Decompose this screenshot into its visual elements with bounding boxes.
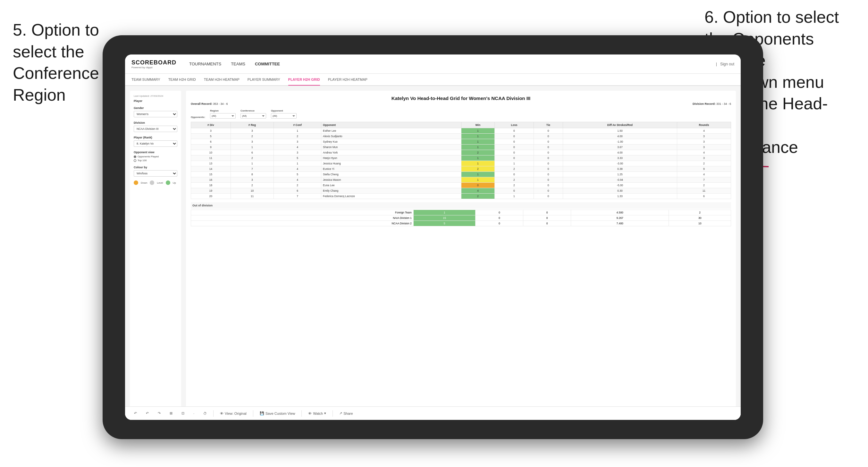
top100-radio[interactable]: Top 100	[134, 159, 177, 162]
cell-tie: 0	[533, 166, 563, 172]
logo-sub-text: Powered by clippd	[131, 66, 176, 69]
panel-title: Katelyn Vo Head-to-Head Grid for Women's…	[191, 95, 731, 101]
watch-button[interactable]: 👁 Watch ▾	[306, 410, 329, 417]
clock-button[interactable]: ⏱	[201, 410, 209, 417]
out-of-division-row: Foreign Team 1 0 0 4.500 2	[191, 210, 731, 215]
division-label: Division	[134, 121, 177, 124]
cell-div: 5	[191, 134, 231, 139]
colour-by-label: Colour by	[134, 166, 177, 169]
sub-navigation: TEAM SUMMARY TEAM H2H GRID TEAM H2H HEAT…	[125, 74, 741, 86]
cell-div: 20	[191, 194, 231, 199]
cell-team: NCAA Division 2	[191, 221, 414, 226]
cell-loss: 1	[495, 194, 534, 199]
view-original-button[interactable]: 👁 View: Original	[217, 410, 249, 417]
cell-reg: 1	[230, 161, 274, 166]
table-row: 3 3 1 Esther Lee 1 0 0 1.50 4	[191, 128, 731, 134]
nav-teams[interactable]: TEAMS	[231, 60, 245, 68]
cell-opponent: Esther Lee	[321, 128, 461, 134]
subnav-team-summary[interactable]: TEAM SUMMARY	[131, 74, 160, 86]
cell-tie: 0	[533, 194, 563, 199]
cell-conf: 4	[274, 145, 321, 150]
watch-label: Watch	[313, 411, 323, 415]
cell-win: 0	[461, 183, 495, 188]
nav-separator: |	[716, 62, 717, 66]
cell-loss: 0	[495, 128, 534, 134]
cell-tie: 0	[523, 215, 571, 221]
share-button[interactable]: ↗ Share	[337, 410, 355, 417]
annotation-left-line1: 5. Option to	[13, 21, 99, 39]
grid-button[interactable]: ⊞	[167, 410, 175, 417]
cell-rounds: 4	[677, 150, 731, 155]
cell-win: 2	[461, 194, 495, 199]
save-custom-label: Save Custom View	[266, 411, 295, 415]
save-custom-button[interactable]: 💾 Save Custom View	[257, 410, 298, 417]
up-color	[166, 181, 170, 185]
view-original-label: View: Original	[225, 411, 247, 415]
subnav-player-h2h-grid[interactable]: PLAYER H2H GRID	[288, 74, 320, 86]
annotation-left-line2: select the	[13, 42, 84, 61]
opponent-filter-label: Opponent	[271, 109, 297, 112]
col-conf: # Conf	[274, 122, 321, 128]
cell-loss: 0	[495, 188, 534, 194]
table-row: 9 1 4 Sharon Mun 1 0 0 3.67 3	[191, 145, 731, 150]
divider1: ·	[191, 410, 197, 417]
table-row: 20 11 7 Federica Domecq Lacroze 2 1 0 1.…	[191, 194, 731, 199]
cell-win: 1	[461, 139, 495, 145]
cell-loss: 0	[495, 150, 534, 155]
player-label: Player	[134, 99, 177, 102]
subnav-player-h2h-heatmap[interactable]: PLAYER H2H HEATMAP	[328, 74, 368, 86]
logo-main-text: SCOREBOARD	[131, 59, 176, 66]
cell-conf: 3	[274, 139, 321, 145]
region-filter-select[interactable]: (All)	[210, 113, 236, 119]
sign-out-button[interactable]: Sign out	[720, 62, 734, 66]
cell-tie: 0	[523, 221, 571, 226]
cell-opponent: Jessica Huang	[321, 161, 461, 166]
cell-rounds: 6	[677, 194, 731, 199]
division-select[interactable]: NCAA Division III	[134, 126, 177, 132]
cell-win: 4	[461, 188, 495, 194]
col-reg: # Reg	[230, 122, 274, 128]
tablet-screen: SCOREBOARD Powered by clippd TOURNAMENTS…	[125, 55, 741, 420]
opponent-filter-select[interactable]: (All)	[271, 113, 297, 119]
out-of-division-row: NAIA Division 1 15 0 0 9.267 30	[191, 215, 731, 221]
player-rank-select[interactable]: 8. Katelyn Vo	[134, 141, 177, 147]
nav-committee[interactable]: COMMITTEE	[255, 60, 280, 68]
cell-div: 3	[191, 128, 231, 134]
out-of-division-row: NCAA Division 2 5 0 0 7.400 10	[191, 221, 731, 226]
undo-button[interactable]: ↶	[131, 410, 140, 417]
level-label: Level	[157, 181, 163, 184]
cell-tie: 0	[523, 210, 571, 215]
nav-tournaments[interactable]: TOURNAMENTS	[189, 60, 221, 68]
conference-filter-select[interactable]: (All)	[241, 113, 266, 119]
col-win: Win	[461, 122, 495, 128]
undo2-button[interactable]: ↷	[155, 410, 163, 417]
cell-win: 2	[461, 166, 495, 172]
main-content: Last Updated: 27/03/2024 Player Gender W…	[125, 86, 741, 420]
redo-button[interactable]: ↶	[143, 410, 151, 417]
cell-loss: 0	[495, 172, 534, 177]
cell-tie: 0	[533, 183, 563, 188]
cell-diff: -3.00	[563, 161, 677, 166]
subnav-team-h2h-grid[interactable]: TEAM H2H GRID	[168, 74, 196, 86]
cell-opponent: Jessica Mason	[321, 177, 461, 183]
gender-select[interactable]: Women's	[134, 111, 177, 117]
cell-win: 1	[413, 210, 475, 215]
opponents-played-radio[interactable]: Opponents Played	[134, 155, 177, 158]
cell-loss: 0	[495, 145, 534, 150]
colour-by-select[interactable]: Win/loss	[134, 170, 177, 177]
cell-conf: 3	[274, 150, 321, 155]
conference-filter-label: Conference	[241, 109, 266, 112]
cell-div: 16	[191, 177, 231, 183]
copy-button[interactable]: ⊡	[179, 410, 187, 417]
table-row: 16 3 4 Jessica Mason 1 2 0 -0.94 7	[191, 177, 731, 183]
cell-diff: -5.00	[563, 183, 677, 188]
down-label: Down	[141, 181, 147, 184]
cell-rounds: 7	[677, 177, 731, 183]
overall-record-value: 353 - 34 - 6	[213, 102, 228, 105]
cell-diff: 4.00	[563, 134, 677, 139]
division-record-label-text: Division Record:	[692, 102, 716, 105]
level-color	[150, 181, 154, 185]
subnav-player-summary[interactable]: PLAYER SUMMARY	[248, 74, 280, 86]
subnav-team-h2h-heatmap[interactable]: TEAM H2H HEATMAP	[204, 74, 240, 86]
watch-chevron: ▾	[324, 411, 326, 415]
